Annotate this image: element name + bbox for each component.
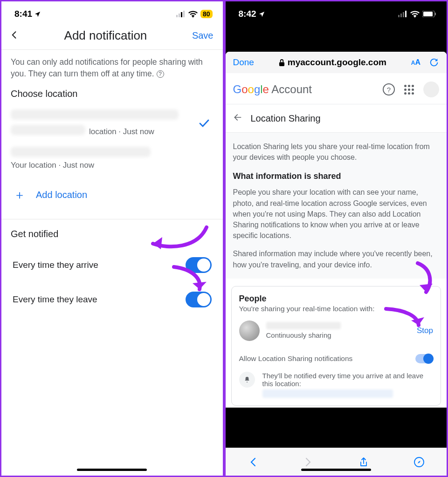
get-notified-heading: Get notified	[11, 229, 214, 239]
allow-label: Allow Location Sharing notifications	[239, 354, 353, 363]
page-title: Location Sharing	[251, 113, 321, 124]
svg-rect-9	[423, 12, 433, 16]
status-time: 8:42	[239, 9, 256, 19]
phone-left: 8:41 80 Add notification Save You can on…	[0, 0, 224, 477]
stop-button[interactable]: Stop	[417, 326, 433, 335]
svg-rect-3	[183, 11, 185, 17]
avatar[interactable]	[423, 82, 439, 97]
bell-icon	[239, 372, 255, 388]
shared-info-text: Shared information may include where you…	[233, 248, 440, 270]
url-text: myaccount.google.com	[288, 57, 386, 68]
people-sub: You're sharing your real-time location w…	[239, 305, 434, 313]
nav-bar: Add notification Save	[1, 24, 223, 49]
svg-rect-5	[400, 14, 402, 17]
google-account-logo: Google Account	[233, 83, 312, 96]
status-time: 8:41	[14, 9, 32, 19]
home-indicator[interactable]	[301, 469, 371, 471]
notify-leave-row: Every time they leave	[11, 282, 214, 317]
battery-badge: 80	[200, 10, 213, 18]
done-button[interactable]: Done	[233, 57, 254, 68]
person-avatar[interactable]	[239, 320, 260, 341]
cellular-icon	[176, 11, 186, 17]
svg-rect-0	[176, 15, 178, 17]
svg-rect-10	[435, 13, 436, 15]
reload-icon[interactable]	[429, 57, 439, 68]
notify-leave-label: Every time they leave	[13, 294, 97, 305]
svg-rect-2	[181, 12, 182, 17]
phone-right: 8:42 Done myaccount.google.com AAAA Goog…	[224, 0, 448, 477]
notif-detail-text: They'll be notified every time you arriv…	[262, 372, 424, 388]
add-location-label: Add location	[36, 190, 87, 200]
location-option-2[interactable]: Your location · Just now	[11, 145, 214, 178]
location-option-1[interactable]: location · Just now	[11, 108, 214, 145]
allow-notifications-toggle[interactable]	[415, 354, 433, 363]
lock-icon	[279, 59, 285, 66]
notify-arrive-label: Every time they arrive	[13, 260, 98, 270]
svg-rect-7	[405, 11, 407, 17]
share-icon[interactable]	[358, 457, 369, 468]
safari-content: Done myaccount.google.com AAAA Google Ac…	[226, 52, 447, 408]
help-text-content: You can only add notifications for peopl…	[11, 57, 203, 78]
people-card: People You're sharing your real-time loc…	[231, 286, 441, 406]
cellular-icon	[398, 11, 407, 17]
notification-detail: They'll be notified every time you arriv…	[239, 372, 434, 398]
what-shared-body: People you share your location with can …	[233, 187, 440, 241]
location-arrow-icon	[258, 11, 265, 18]
help-icon[interactable]: ?	[383, 83, 395, 95]
save-button[interactable]: Save	[192, 30, 214, 41]
page-title-row: Location Sharing	[226, 104, 447, 132]
location-arrow-icon	[34, 11, 41, 18]
url-display[interactable]: myaccount.google.com	[279, 57, 386, 68]
safari-bottom-bar	[226, 448, 447, 476]
browser-back-icon[interactable]	[248, 457, 259, 468]
redacted-name	[11, 147, 151, 157]
person-status: Continuously sharing	[266, 331, 341, 339]
back-arrow-button[interactable]	[233, 113, 242, 124]
checkmark-icon	[199, 119, 210, 130]
home-indicator[interactable]	[77, 469, 147, 471]
person-row: Continuously sharing Stop	[239, 320, 434, 341]
notify-arrive-toggle[interactable]	[186, 257, 212, 273]
people-heading: People	[239, 294, 434, 304]
page-title: Add notification	[19, 28, 192, 43]
choose-location-heading: Choose location	[11, 89, 214, 99]
google-account-header: Google Account ?	[226, 73, 447, 104]
battery-icon	[422, 11, 436, 17]
svg-rect-11	[279, 62, 284, 66]
back-button[interactable]	[10, 30, 19, 41]
info-section: Location Sharing lets you share your rea…	[226, 133, 447, 279]
intro-text: Location Sharing lets you share your rea…	[233, 141, 440, 163]
text-size-button[interactable]: AAAA	[411, 58, 420, 67]
redacted-label	[11, 125, 85, 135]
plus-icon: ＋	[14, 187, 26, 203]
wifi-icon	[188, 11, 198, 18]
safari-url-bar: Done myaccount.google.com AAAA	[226, 52, 447, 73]
notify-arrive-row: Every time they arrive	[11, 248, 214, 282]
redacted-location	[262, 389, 393, 398]
help-text: You can only add notifications for peopl…	[11, 56, 214, 79]
allow-notifications-row: Allow Location Sharing notifications	[239, 354, 434, 363]
svg-rect-4	[398, 15, 400, 17]
add-location-button[interactable]: ＋ Add location	[11, 178, 214, 212]
status-bar: 8:41 80	[1, 1, 223, 24]
wifi-icon	[410, 11, 420, 18]
safari-compass-icon[interactable]	[414, 457, 425, 468]
svg-rect-6	[403, 12, 404, 17]
notify-leave-toggle[interactable]	[186, 292, 212, 307]
redacted-person-name	[266, 322, 341, 329]
apps-icon[interactable]	[404, 85, 414, 95]
what-shared-heading: What information is shared	[233, 170, 440, 182]
location-subtext: Your location · Just now	[11, 161, 214, 170]
status-bar: 8:42	[226, 1, 447, 24]
help-icon[interactable]: ?	[157, 70, 164, 78]
browser-forward-icon	[303, 457, 314, 468]
redacted-name	[11, 109, 179, 120]
svg-rect-1	[179, 14, 180, 17]
location-subtext: location · Just now	[89, 127, 154, 136]
